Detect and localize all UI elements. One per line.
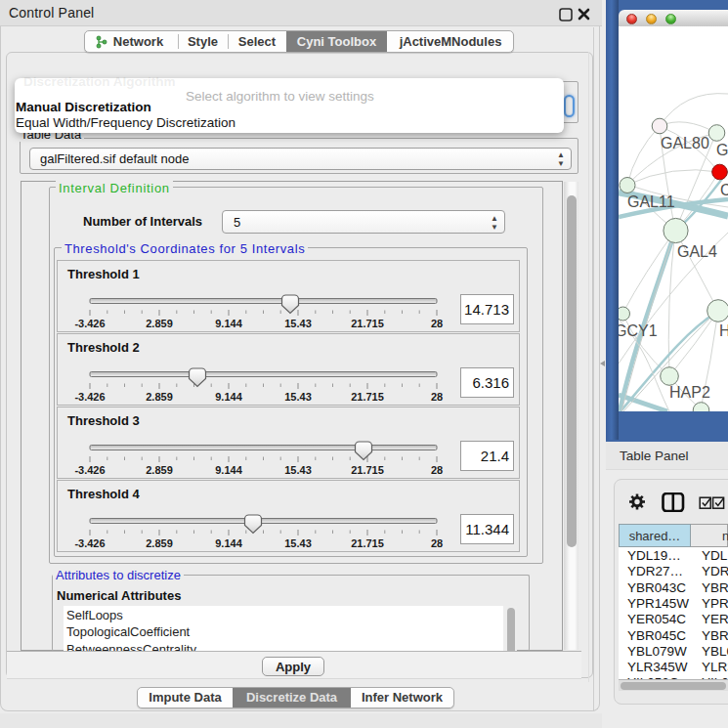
svg-text:GAL4: GAL4	[677, 243, 717, 260]
svg-text:GCY1: GCY1	[619, 322, 658, 339]
svg-text:C: C	[720, 182, 728, 198]
svg-text:GAL4: GAL4	[716, 142, 728, 158]
svg-text:HIS7: HIS7	[719, 322, 728, 339]
svg-text:GAL11: GAL11	[627, 193, 675, 210]
svg-text:GAL80: GAL80	[661, 135, 709, 151]
svg-text:HAP2: HAP2	[669, 384, 710, 401]
